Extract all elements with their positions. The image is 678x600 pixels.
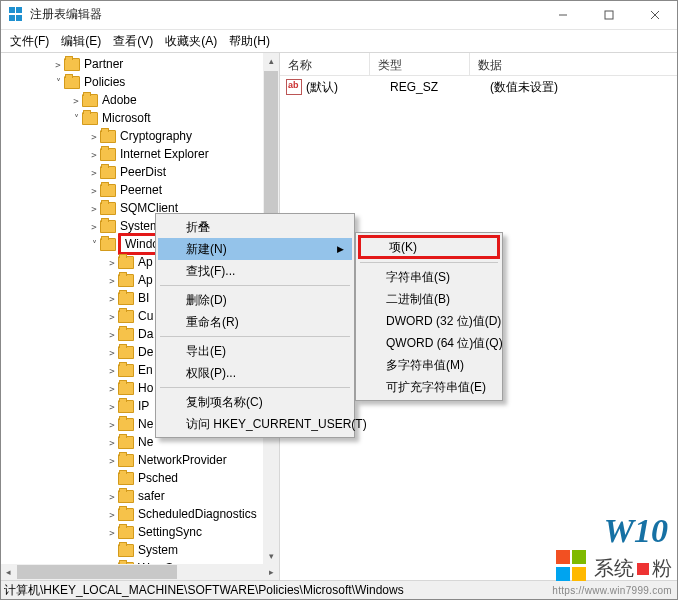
- red-square-icon: [637, 563, 649, 575]
- list-row[interactable]: (默认) REG_SZ (数值未设置): [280, 78, 678, 96]
- menu-separator: [160, 387, 350, 388]
- folder-icon: [118, 256, 134, 269]
- menu-file[interactable]: 文件(F): [4, 31, 55, 52]
- tree-node-safer[interactable]: safer: [0, 487, 263, 505]
- menu-separator: [160, 336, 350, 337]
- tree-node-settingsync[interactable]: SettingSync: [0, 523, 263, 541]
- folder-icon: [82, 94, 98, 107]
- folder-icon: [64, 58, 80, 71]
- folder-icon: [118, 436, 134, 449]
- ctx-new[interactable]: 新建(N)▶: [158, 238, 352, 260]
- folder-icon: [118, 346, 134, 359]
- tree-node-cryptography[interactable]: Cryptography: [0, 127, 263, 145]
- watermark-brand: 系统粉: [594, 555, 672, 582]
- menu-bar: 文件(F) 编辑(E) 查看(V) 收藏夹(A) 帮助(H): [0, 30, 678, 52]
- scroll-thumb[interactable]: [264, 71, 278, 231]
- column-type[interactable]: 类型: [370, 53, 470, 75]
- menu-favorites[interactable]: 收藏夹(A): [159, 31, 223, 52]
- value-data: (数值未设置): [490, 79, 678, 96]
- ctx-collapse[interactable]: 折叠: [158, 216, 352, 238]
- ctx-rename[interactable]: 重命名(R): [158, 311, 352, 333]
- ctx-new-multistring[interactable]: 多字符串值(M): [358, 354, 500, 376]
- app-icon: [8, 7, 24, 23]
- context-menu-primary: 折叠 新建(N)▶ 查找(F)... 删除(D) 重命名(R) 导出(E) 权限…: [155, 213, 355, 438]
- window-title: 注册表编辑器: [30, 6, 540, 23]
- tree-node-scheduleddiagnostics[interactable]: ScheduledDiagnostics: [0, 505, 263, 523]
- folder-icon: [100, 202, 116, 215]
- folder-icon: [100, 166, 116, 179]
- tree-node-microsoft[interactable]: Microsoft: [0, 109, 263, 127]
- ctx-new-dword[interactable]: DWORD (32 位)值(D): [358, 310, 500, 332]
- folder-icon: [118, 292, 134, 305]
- folder-icon: [118, 508, 134, 521]
- string-value-icon: [286, 79, 302, 95]
- watermark: 系统粉: [556, 550, 672, 582]
- close-button[interactable]: [632, 0, 678, 29]
- context-menu-new: 项(K) 字符串值(S) 二进制值(B) DWORD (32 位)值(D) QW…: [355, 232, 503, 401]
- folder-icon: [100, 148, 116, 161]
- folder-icon: [118, 526, 134, 539]
- ctx-new-qword[interactable]: QWORD (64 位)值(Q): [358, 332, 500, 354]
- menu-separator: [160, 285, 350, 286]
- ctx-new-binary[interactable]: 二进制值(B): [358, 288, 500, 310]
- folder-icon: [118, 382, 134, 395]
- tree-node-networkprovider[interactable]: NetworkProvider: [0, 451, 263, 469]
- value-name: (默认): [306, 79, 390, 96]
- list-header: 名称 类型 数据: [280, 53, 678, 76]
- scroll-thumb-h[interactable]: [17, 565, 177, 579]
- column-data[interactable]: 数据: [470, 53, 678, 75]
- scroll-left-icon[interactable]: ◂: [0, 564, 16, 580]
- folder-icon: [100, 238, 116, 251]
- ctx-new-key[interactable]: 项(K): [358, 235, 500, 259]
- folder-icon: [100, 220, 116, 233]
- ctx-find[interactable]: 查找(F)...: [158, 260, 352, 282]
- scroll-down-icon[interactable]: ▾: [263, 548, 279, 564]
- tree-node-adobe[interactable]: Adobe: [0, 91, 263, 109]
- tree-node-psched[interactable]: Psched: [0, 469, 263, 487]
- window-controls: [540, 0, 678, 29]
- ctx-permissions[interactable]: 权限(P)...: [158, 362, 352, 384]
- svg-rect-1: [605, 11, 613, 19]
- folder-icon: [118, 400, 134, 413]
- ctx-new-expandstring[interactable]: 可扩充字符串值(E): [358, 376, 500, 398]
- tree-node-system[interactable]: System: [0, 541, 263, 559]
- minimize-button[interactable]: [540, 0, 586, 29]
- folder-icon: [118, 274, 134, 287]
- scroll-right-icon[interactable]: ▸: [263, 564, 279, 580]
- folder-icon: [118, 328, 134, 341]
- column-name[interactable]: 名称: [280, 53, 370, 75]
- folder-icon: [118, 310, 134, 323]
- ctx-new-string[interactable]: 字符串值(S): [358, 266, 500, 288]
- folder-icon: [100, 130, 116, 143]
- ctx-delete[interactable]: 删除(D): [158, 289, 352, 311]
- watermark-url: https://www.win7999.com: [552, 585, 672, 596]
- folder-icon: [100, 184, 116, 197]
- status-path: 计算机\HKEY_LOCAL_MACHINE\SOFTWARE\Policies…: [4, 582, 404, 599]
- folder-icon: [118, 490, 134, 503]
- folder-icon: [118, 418, 134, 431]
- folder-icon: [118, 472, 134, 485]
- tree-node-internet-explorer[interactable]: Internet Explorer: [0, 145, 263, 163]
- folder-icon: [64, 76, 80, 89]
- folder-icon: [82, 112, 98, 125]
- menu-help[interactable]: 帮助(H): [223, 31, 276, 52]
- menu-view[interactable]: 查看(V): [107, 31, 159, 52]
- value-type: REG_SZ: [390, 80, 490, 94]
- folder-icon: [118, 454, 134, 467]
- tree-node-peerdist[interactable]: PeerDist: [0, 163, 263, 181]
- ctx-copy-key-name[interactable]: 复制项名称(C): [158, 391, 352, 413]
- ctx-goto-hkcu[interactable]: 访问 HKEY_CURRENT_USER(T): [158, 413, 352, 435]
- folder-icon: [118, 544, 134, 557]
- maximize-button[interactable]: [586, 0, 632, 29]
- microsoft-logo-icon: [556, 550, 588, 582]
- menu-separator: [360, 262, 498, 263]
- submenu-arrow-icon: ▶: [337, 244, 344, 254]
- tree-node-partner[interactable]: Partner: [0, 55, 263, 73]
- tree-node-policies[interactable]: Policies: [0, 73, 263, 91]
- ctx-export[interactable]: 导出(E): [158, 340, 352, 362]
- scroll-up-icon[interactable]: ▴: [263, 53, 279, 69]
- list-body: (默认) REG_SZ (数值未设置): [280, 76, 678, 98]
- tree-node-peernet[interactable]: Peernet: [0, 181, 263, 199]
- tree-horizontal-scrollbar[interactable]: ◂ ▸: [0, 564, 279, 580]
- menu-edit[interactable]: 编辑(E): [55, 31, 107, 52]
